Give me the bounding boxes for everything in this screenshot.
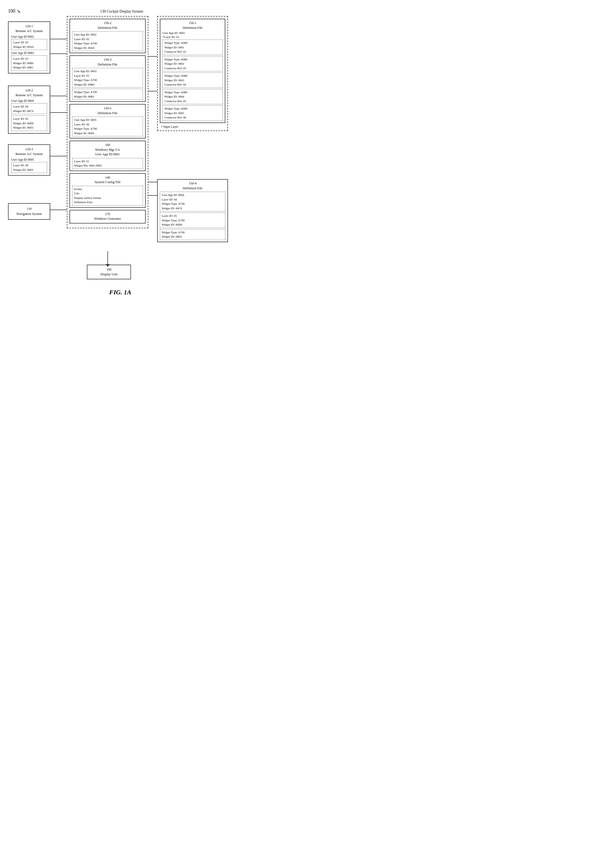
line-120-2-cockpit [50, 96, 67, 96]
cockpit-display-label: 130 Cockpit Display System [83, 9, 160, 14]
widget-group-2: Widget Type: A080Widget ID: 0002Connecto… [162, 56, 223, 72]
line-nav-cockpit [50, 210, 67, 210]
remote-system-120-3-title: 120-3Remote A/C System [11, 147, 47, 156]
super-layer-label: * Super Layer [160, 125, 225, 128]
user-app-0005-label: User App ID 0005 [11, 158, 47, 161]
def-file-150-2-dashed: User App ID: 0002Layer ID: 02Widget Type… [72, 31, 143, 51]
def-file-150-1: 150-1Definition File User App ID: 0001 *… [160, 19, 225, 123]
line-cockpit-right-1 [148, 56, 157, 57]
def-150-4-group3: Widget Type: A700Widget ID: 00D1 [160, 229, 225, 240]
user-app-0004-label: User App ID 0004 [11, 99, 47, 102]
def-file-150-2-title: 150-2Definition File [72, 21, 143, 30]
display-unit-title: 180Display Unit [90, 267, 128, 277]
diagram-container: 100 ↘ 130 Cockpit Display System 120-1Re… [8, 8, 233, 316]
windows-generator-title: 170Windows Generator [72, 212, 143, 221]
line-120-2-b-cockpit [50, 112, 67, 113]
user-app-0002-label: User App ID 0002 [11, 35, 47, 38]
diagram-ref: 100 ↘ [8, 8, 20, 14]
widget-group-5: Widget Type: A080Widget ID: 0005Connecto… [162, 105, 223, 121]
user-app-0003-label: User App ID 0003 [11, 51, 47, 55]
widget-group-1: Widget Type: A080Widget ID: 0001Connecto… [162, 40, 223, 55]
def-150-4-group1: User App ID: 0004Layer ID: 04Widget Type… [160, 192, 225, 211]
def-file-150-3: 150-3Definition File User App ID: 0003La… [69, 55, 146, 102]
windows-generator: 170Windows Generator [69, 210, 146, 223]
def-file-150-3-dashed2: Widget Type: A700Widget ID: 00B1 [72, 89, 143, 100]
def-file-150-1-outer: 150-1Definition File User App ID: 0001 *… [157, 16, 228, 131]
remote-system-120-3: 120-3Remote A/C System User App ID 0005 … [8, 144, 50, 176]
def-file-150-5-title: 150-5Definition File [72, 106, 143, 115]
def-file-150-1-title: 150-1Definition File [162, 21, 223, 30]
def-file-150-3-title: 150-3Definition File [72, 58, 143, 67]
user-app-0004-dashed2: Layer ID: 05Widget ID: 00D0Widget ID: 00… [11, 115, 47, 131]
sys-config-dashed: EventsUAsDisplay surface formatDefinitio… [72, 186, 143, 205]
windows-mgr-dashed: Layer ID: 01Widget IDs: 0001-0005 [72, 158, 143, 169]
user-app-0003-dashed: Layer ID: 03Widget ID: 00B0Widget ID: 00… [11, 55, 47, 71]
def-file-150-1-userapp: User App ID: 0001 [162, 31, 223, 34]
line-cockpit-right-2 [148, 91, 157, 92]
def-file-150-5-dashed: User App ID: 0005Layer ID: 06Widget Type… [72, 117, 143, 136]
line-120-1-cockpit [50, 39, 67, 39]
remote-system-120-1-title: 120-1Remote A/C System [11, 24, 47, 33]
navigation-system-label: 110Navigation System [11, 207, 47, 217]
user-app-0002-dashed: Layer ID: 02Widget ID: 00A0 [11, 39, 47, 50]
line-wingen-display [108, 251, 108, 265]
def-file-150-2: 150-2Definition File User App ID: 0002La… [69, 19, 146, 53]
sys-config: 140System Config File EventsUAsDisplay s… [69, 173, 146, 208]
display-unit: 180Display Unit [87, 265, 131, 279]
def-150-4-group2: Layer ID: 05Widget Type: A700Widget ID: … [160, 213, 225, 228]
line-120-1-b-cockpit [50, 53, 67, 54]
line-cockpit-right-3 [148, 182, 157, 182]
fig-label: FIG. 1A [8, 289, 233, 296]
windows-mgr-title: 160Windows Mgr UAUser App ID 0001 [72, 143, 143, 157]
def-file-150-5: 150-5Definition File User App ID: 0005La… [69, 104, 146, 139]
cockpit-outer-dashed: 150-2Definition File User App ID: 0002La… [67, 16, 148, 228]
def-file-150-3-dashed1: User App ID: 0003Layer ID: 03Widget Type… [72, 68, 143, 88]
remote-system-120-2: 120-2Remote A/C System User App ID 0004 … [8, 86, 50, 134]
line-120-3-cockpit [50, 156, 67, 156]
line-cockpit-right-4 [148, 195, 157, 196]
windows-mgr: 160Windows Mgr UAUser App ID 0001 Layer … [69, 140, 146, 171]
user-app-0005-dashed: Layer ID: 06Widget ID: 00E0 [11, 162, 47, 173]
user-app-0004-dashed: Layer ID: 04Widget ID: 00C0 [11, 103, 47, 114]
widget-group-3: Widget Type: A080Widget ID: 0003Connecto… [162, 72, 223, 88]
remote-system-120-1: 120-1Remote A/C System User App ID 0002 … [8, 21, 50, 74]
widget-group-4: Widget Type: A080Widget ID: 0004Connecto… [162, 89, 223, 105]
arrow-wingen-display [106, 264, 110, 267]
remote-system-120-2-title: 120-2Remote A/C System [11, 88, 47, 97]
def-file-150-4-title: 150-4Definition File [160, 181, 225, 190]
navigation-system: 110Navigation System [8, 203, 50, 220]
def-file-150-4: 150-4Definition File User App ID: 0004La… [157, 179, 228, 242]
def-file-150-1-layer: *Layer ID: 01 [162, 35, 223, 38]
sys-config-title: 140System Config File [72, 176, 143, 185]
